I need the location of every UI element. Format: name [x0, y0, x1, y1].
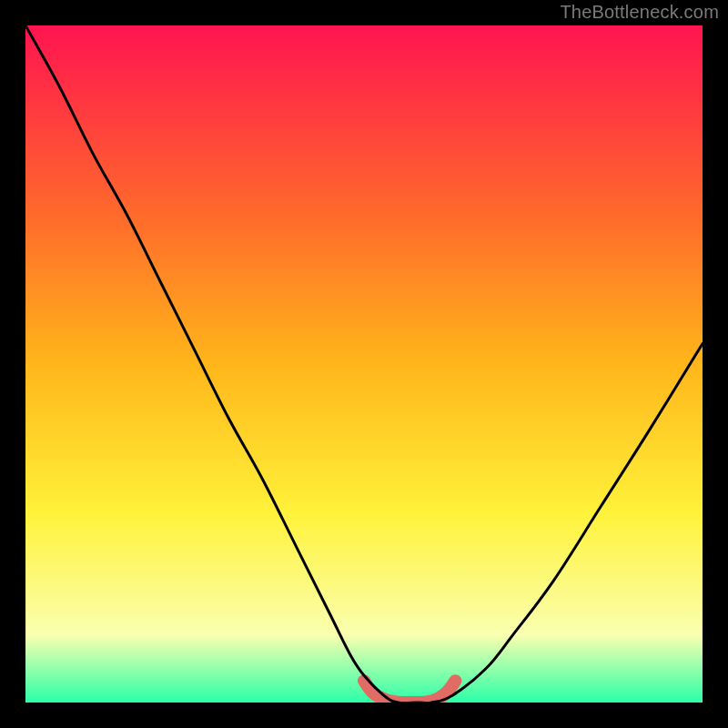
watermark-text: TheBottleneck.com — [560, 2, 719, 23]
gradient-background — [25, 25, 703, 703]
plot-svg — [25, 25, 703, 703]
plot-area — [25, 25, 703, 703]
chart-frame: TheBottleneck.com — [0, 0, 728, 728]
